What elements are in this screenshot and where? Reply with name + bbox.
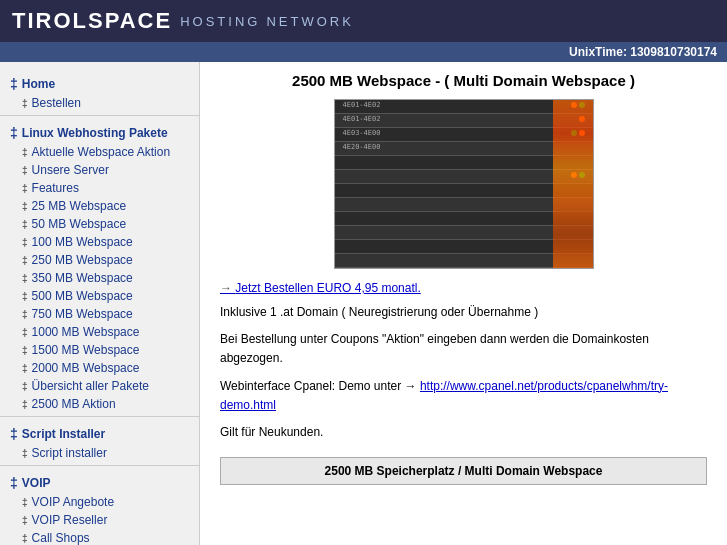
cross-icon: ‡	[22, 345, 28, 356]
cross-icon: ‡	[22, 381, 28, 392]
cross-icon: ‡	[22, 255, 28, 266]
coupon-info: Bei Bestellung unter Coupons "Aktion" ei…	[220, 330, 707, 368]
unix-time-bar: UnixTime: 1309810730174	[0, 42, 727, 62]
header: TIROLSPACE HOSTING NETWORK	[0, 0, 727, 42]
cross-icon: ‡	[22, 399, 28, 410]
cross-icon: ‡	[22, 147, 28, 158]
cross-icon: ‡	[22, 201, 28, 212]
sidebar-item-overview[interactable]: ‡Übersicht aller Pakete	[0, 377, 199, 395]
cross-icon: ‡	[22, 327, 28, 338]
sidebar-item-call-shops[interactable]: ‡Call Shops	[0, 529, 199, 545]
cross-icon: ‡	[22, 497, 28, 508]
neukunden-info: Gilt für Neukunden.	[220, 423, 707, 442]
logo-network: NETWORK	[266, 14, 353, 29]
sidebar-item-250mb[interactable]: ‡250 MB Webspace	[0, 251, 199, 269]
sidebar-section-voip: ‡ VOIP	[0, 469, 199, 493]
cross-icon: ‡	[22, 448, 28, 459]
page-title: 2500 MB Webspace - ( Multi Domain Webspa…	[220, 72, 707, 89]
divider	[0, 416, 199, 417]
logo-tirol: TIROLSPACE	[12, 8, 172, 34]
sidebar-section-linux: ‡ Linux Webhosting Pakete	[0, 119, 199, 143]
sidebar-item-voip-angebote[interactable]: ‡VOIP Angebote	[0, 493, 199, 511]
cross-icon: ‡	[22, 165, 28, 176]
bullet-icon: ‡	[10, 76, 18, 92]
main-content: 2500 MB Webspace - ( Multi Domain Webspa…	[200, 62, 727, 545]
domain-info: Inklusive 1 .at Domain ( Neuregistrierun…	[220, 303, 707, 322]
unix-label: UnixTime:	[569, 45, 627, 59]
sidebar-link-bestellen[interactable]: Bestellen	[32, 96, 81, 110]
cross-icon: ‡	[22, 291, 28, 302]
unix-value: 1309810730174	[630, 45, 717, 59]
sidebar-item-1000mb[interactable]: ‡1000 MB Webspace	[0, 323, 199, 341]
divider	[0, 115, 199, 116]
sidebar-item-linux[interactable]: Linux Webhosting Pakete	[22, 126, 168, 140]
bullet-icon: ‡	[10, 125, 18, 141]
sidebar-item-50mb[interactable]: ‡50 MB Webspace	[0, 215, 199, 233]
main-layout: ‡ Home ‡ Bestellen ‡ Linux Webhosting Pa…	[0, 62, 727, 545]
sidebar-item-2500mb-aktion[interactable]: ‡2500 MB Aktion	[0, 395, 199, 413]
cross-icon: ‡	[22, 309, 28, 320]
logo-hosting: HOSTING	[180, 14, 260, 29]
divider	[0, 465, 199, 466]
cross-icon: ‡	[22, 273, 28, 284]
bullet-icon: ‡	[10, 475, 18, 491]
sidebar-item-voip[interactable]: VOIP	[22, 476, 51, 490]
sidebar-item-script[interactable]: ‡Script installer	[0, 444, 199, 462]
cross-icon: ‡	[22, 219, 28, 230]
cross-icon: ‡	[22, 515, 28, 526]
cross-icon: ‡	[22, 183, 28, 194]
bullet-icon: ‡	[10, 426, 18, 442]
cross-icon: ‡	[22, 237, 28, 248]
cpanel-info: Webinterface Cpanel: Demo unter → http:/…	[220, 377, 707, 415]
sidebar-item-script-installer[interactable]: Script Installer	[22, 427, 105, 441]
bottom-summary-bar: 2500 MB Speicherplatz / Multi Domain Web…	[220, 457, 707, 485]
sidebar-item-100mb[interactable]: ‡100 MB Webspace	[0, 233, 199, 251]
sidebar-item-server[interactable]: ‡Unsere Server	[0, 161, 199, 179]
cables-decoration	[553, 100, 593, 268]
server-image: 4E01-4E02 4E01-4E02 4E03-4E00 4E20-4E00	[334, 99, 594, 269]
sidebar-item-750mb[interactable]: ‡750 MB Webspace	[0, 305, 199, 323]
sidebar-item-bestellen[interactable]: ‡ Bestellen	[0, 94, 199, 112]
sidebar-item-aktion[interactable]: ‡Aktuelle Webspace Aktion	[0, 143, 199, 161]
cpanel-prefix: Webinterface Cpanel: Demo unter →	[220, 379, 420, 393]
sidebar-item-voip-reseller[interactable]: ‡VOIP Reseller	[0, 511, 199, 529]
sidebar-item-350mb[interactable]: ‡350 MB Webspace	[0, 269, 199, 287]
order-link[interactable]: Jetzt Bestellen EURO 4,95 monatl.	[220, 281, 707, 295]
sidebar-section-home: ‡ Home	[0, 70, 199, 94]
sidebar-item-1500mb[interactable]: ‡1500 MB Webspace	[0, 341, 199, 359]
sidebar: ‡ Home ‡ Bestellen ‡ Linux Webhosting Pa…	[0, 62, 200, 545]
sidebar-item-home[interactable]: Home	[22, 77, 55, 91]
cross-icon: ‡	[22, 98, 28, 109]
sidebar-item-features[interactable]: ‡Features	[0, 179, 199, 197]
cross-icon: ‡	[22, 533, 28, 544]
sidebar-item-500mb[interactable]: ‡500 MB Webspace	[0, 287, 199, 305]
sidebar-section-script: ‡ Script Installer	[0, 420, 199, 444]
cross-icon: ‡	[22, 363, 28, 374]
sidebar-item-25mb[interactable]: ‡25 MB Webspace	[0, 197, 199, 215]
sidebar-item-2000mb[interactable]: ‡2000 MB Webspace	[0, 359, 199, 377]
